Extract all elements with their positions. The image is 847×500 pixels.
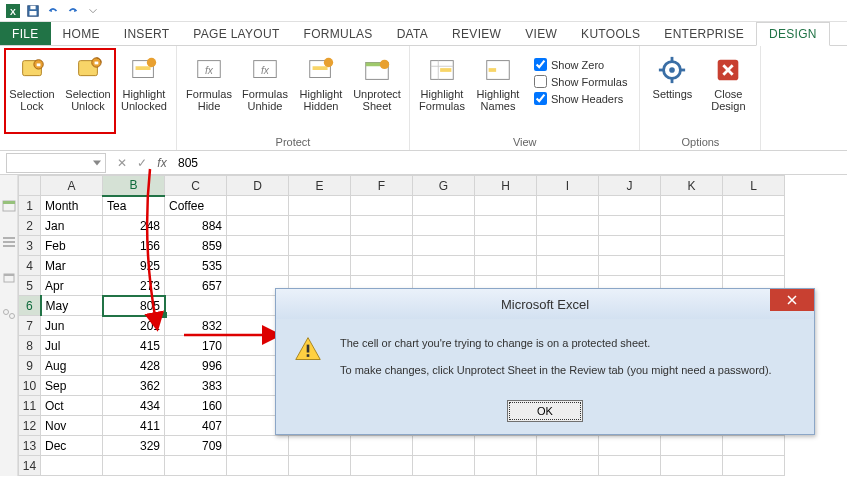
cell[interactable]: Mar bbox=[41, 256, 103, 276]
column-header[interactable]: B bbox=[103, 176, 165, 196]
cell[interactable]: 832 bbox=[165, 316, 227, 336]
cell[interactable]: Month bbox=[41, 196, 103, 216]
cell[interactable] bbox=[289, 436, 351, 456]
row-header[interactable]: 12 bbox=[19, 416, 41, 436]
cell[interactable] bbox=[723, 236, 785, 256]
cell[interactable]: 329 bbox=[103, 436, 165, 456]
view-option-show-formulas[interactable]: Show Formulas bbox=[534, 75, 627, 88]
cell[interactable]: 362 bbox=[103, 376, 165, 396]
cell[interactable]: 273 bbox=[103, 276, 165, 296]
cell[interactable] bbox=[661, 236, 723, 256]
pane-tab-icon[interactable] bbox=[2, 199, 16, 213]
tab-page-layout[interactable]: PAGE LAYOUT bbox=[181, 22, 291, 45]
cell[interactable]: 248 bbox=[103, 216, 165, 236]
tab-kutools[interactable]: KUTOOLS bbox=[569, 22, 652, 45]
column-header[interactable]: F bbox=[351, 176, 413, 196]
cancel-formula-icon[interactable]: ✕ bbox=[112, 153, 132, 173]
cell[interactable]: 709 bbox=[165, 436, 227, 456]
cell[interactable] bbox=[537, 236, 599, 256]
cell[interactable] bbox=[227, 436, 289, 456]
cell[interactable] bbox=[537, 216, 599, 236]
cell[interactable]: 170 bbox=[165, 336, 227, 356]
accept-formula-icon[interactable]: ✓ bbox=[132, 153, 152, 173]
cell[interactable] bbox=[537, 256, 599, 276]
cell[interactable]: 415 bbox=[103, 336, 165, 356]
cell[interactable] bbox=[413, 256, 475, 276]
cell[interactable] bbox=[475, 256, 537, 276]
row-header[interactable]: 14 bbox=[19, 456, 41, 476]
pane-tab-icon[interactable] bbox=[2, 307, 16, 321]
select-all-corner[interactable] bbox=[19, 176, 41, 196]
cell[interactable]: 434 bbox=[103, 396, 165, 416]
cell[interactable] bbox=[289, 216, 351, 236]
cell[interactable]: 383 bbox=[165, 376, 227, 396]
view-option-show-zero[interactable]: Show Zero bbox=[534, 58, 627, 71]
cell[interactable] bbox=[661, 256, 723, 276]
cell[interactable] bbox=[227, 456, 289, 476]
cell[interactable] bbox=[351, 216, 413, 236]
cell[interactable]: Dec bbox=[41, 436, 103, 456]
row-header[interactable]: 13 bbox=[19, 436, 41, 456]
tab-file[interactable]: FILE bbox=[0, 22, 51, 45]
pane-tab-icon[interactable] bbox=[2, 235, 16, 249]
row-header[interactable]: 9 bbox=[19, 356, 41, 376]
tab-design[interactable]: DESIGN bbox=[756, 22, 830, 46]
excel-icon[interactable]: X bbox=[4, 2, 22, 20]
cell[interactable]: 411 bbox=[103, 416, 165, 436]
row-header[interactable]: 2 bbox=[19, 216, 41, 236]
cell[interactable]: 859 bbox=[165, 236, 227, 256]
highlight-names-button[interactable]: HighlightNames bbox=[472, 50, 524, 116]
cell[interactable] bbox=[289, 236, 351, 256]
cell[interactable]: 925 bbox=[103, 256, 165, 276]
highlight-formulas-button[interactable]: HighlightFormulas bbox=[416, 50, 468, 116]
cell[interactable] bbox=[723, 196, 785, 216]
cell[interactable] bbox=[351, 436, 413, 456]
cell[interactable]: 166 bbox=[103, 236, 165, 256]
name-box[interactable] bbox=[6, 153, 106, 173]
column-header[interactable]: L bbox=[723, 176, 785, 196]
cell[interactable]: Coffee bbox=[165, 196, 227, 216]
dialog-close-button[interactable] bbox=[770, 289, 814, 311]
cell[interactable] bbox=[661, 436, 723, 456]
cell[interactable] bbox=[41, 456, 103, 476]
formulas-unhide-button[interactable]: fxFormulasUnhide bbox=[239, 50, 291, 116]
row-header[interactable]: 6 bbox=[19, 296, 41, 316]
redo-icon[interactable] bbox=[64, 2, 82, 20]
row-header[interactable]: 7 bbox=[19, 316, 41, 336]
row-header[interactable]: 3 bbox=[19, 236, 41, 256]
cell[interactable] bbox=[723, 216, 785, 236]
cell[interactable]: 407 bbox=[165, 416, 227, 436]
cell[interactable] bbox=[289, 196, 351, 216]
qat-more-icon[interactable] bbox=[84, 2, 102, 20]
cell[interactable] bbox=[537, 456, 599, 476]
column-header[interactable]: K bbox=[661, 176, 723, 196]
cell[interactable] bbox=[599, 236, 661, 256]
cell[interactable] bbox=[599, 436, 661, 456]
cell[interactable]: Jun bbox=[41, 316, 103, 336]
settings-button[interactable]: Settings bbox=[646, 50, 698, 104]
cell[interactable] bbox=[227, 256, 289, 276]
cell[interactable] bbox=[165, 296, 227, 316]
column-header[interactable]: I bbox=[537, 176, 599, 196]
cell[interactable] bbox=[599, 216, 661, 236]
tab-enterprise[interactable]: ENTERPRISE bbox=[652, 22, 756, 45]
tab-formulas[interactable]: FORMULAS bbox=[292, 22, 385, 45]
cell[interactable]: May bbox=[41, 296, 103, 316]
column-header[interactable]: A bbox=[41, 176, 103, 196]
unprotect-sheet-button[interactable]: UnprotectSheet bbox=[351, 50, 403, 116]
cell[interactable]: 805 bbox=[103, 296, 165, 316]
close-design-button[interactable]: CloseDesign bbox=[702, 50, 754, 116]
cell[interactable]: Tea bbox=[103, 196, 165, 216]
column-header[interactable]: G bbox=[413, 176, 475, 196]
cell[interactable] bbox=[413, 456, 475, 476]
cell[interactable] bbox=[289, 256, 351, 276]
cell[interactable]: 996 bbox=[165, 356, 227, 376]
checkbox[interactable] bbox=[534, 92, 547, 105]
checkbox[interactable] bbox=[534, 58, 547, 71]
cell[interactable]: 884 bbox=[165, 216, 227, 236]
row-header[interactable]: 1 bbox=[19, 196, 41, 216]
view-option-show-headers[interactable]: Show Headers bbox=[534, 92, 627, 105]
tab-review[interactable]: REVIEW bbox=[440, 22, 513, 45]
ok-button[interactable]: OK bbox=[507, 400, 583, 422]
cell[interactable] bbox=[475, 196, 537, 216]
